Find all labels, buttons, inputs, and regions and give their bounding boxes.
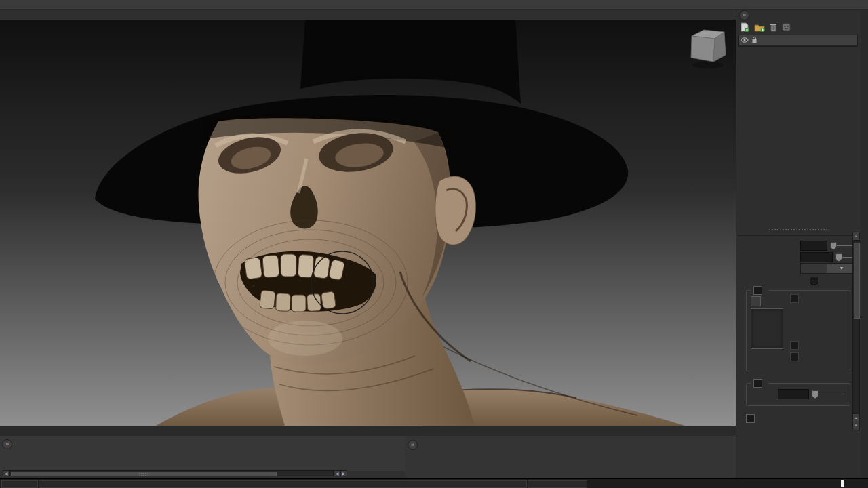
lock-column-lock-icon [749,37,760,45]
scroll-left-icon[interactable]: ◀ [3,470,9,476]
scroll-left2-icon[interactable]: ◀ [334,470,340,476]
panel-separator [738,235,859,236]
status-segment [528,480,587,488]
strength-row [736,251,861,262]
mirror-dropdown[interactable]: ▼ [800,263,854,274]
vertical-flip-checkbox[interactable] [790,352,799,361]
status-bar [0,478,868,488]
visibility-column-eye-icon [739,37,749,44]
mask-icon[interactable] [782,23,791,31]
randomize-checkbox[interactable] [790,294,799,303]
right-panel: ▼ [736,9,868,478]
snap-to-curve-row [746,414,759,423]
constrain-checkbox[interactable] [810,277,818,285]
scroll-down-icon[interactable]: ▼ [852,422,860,430]
status-segment [39,480,527,488]
panel-expander-icon[interactable] [739,10,749,20]
stamp-spacing-checkbox[interactable] [753,379,762,388]
stamp-help-button[interactable] [751,296,761,306]
menu-bar [0,0,868,10]
tool-tray-scrollbar[interactable]: ◀ ◀ ▶ [3,470,347,476]
constrain-row [736,275,861,286]
falloff-tray [405,436,736,478]
horizontal-flip-checkbox[interactable] [790,341,799,350]
preset-tray-panel [405,426,736,478]
view-cube[interactable] [686,28,731,70]
sculpt-tools-tray [0,436,405,471]
scroll-right-icon[interactable]: ▶ [340,470,347,476]
new-folder-icon[interactable] [754,23,765,32]
layers-header [739,35,857,46]
layers-table [738,35,858,47]
delete-layer-icon[interactable] [770,23,777,32]
status-segment [1,480,38,488]
size-input[interactable] [800,241,827,251]
viewport-canvas[interactable] [0,20,736,426]
stamp-preview[interactable] [751,308,783,349]
chevron-down-icon[interactable]: ▼ [827,264,853,273]
snap-to-curve-checkbox[interactable] [746,414,755,423]
tray-expander-icon[interactable] [2,439,12,449]
tool-tray-panel: ◀ ◀ ▶ [0,426,405,478]
distance-slider[interactable] [812,390,844,398]
status-caret [841,480,844,487]
size-row [736,240,861,251]
tool-tray-tabs [0,426,405,436]
mirror-row: ▼ [736,263,861,274]
distance-input[interactable] [778,389,809,399]
randomize-sliders [791,305,846,336]
layer-toolbar [740,22,791,33]
panel-splitter[interactable] [736,226,861,232]
mudbox-window: ▼ [0,0,868,488]
use-stamp-image-group [746,290,850,371]
side-tab-strip [861,9,868,478]
stamp-spacing-group [746,383,850,406]
preset-tray-tabs [405,426,736,436]
falloff-expander-icon[interactable] [408,440,418,450]
viewport-3d[interactable] [0,20,736,426]
use-stamp-image-checkbox[interactable] [753,286,762,295]
new-layer-icon[interactable] [740,22,749,32]
strength-input[interactable] [800,252,833,262]
view-tab-bar [0,9,736,20]
scroll-up-icon[interactable]: ▲ [852,232,860,241]
panel-scrollbar[interactable]: ▲ ▲ ▼ [852,232,860,430]
